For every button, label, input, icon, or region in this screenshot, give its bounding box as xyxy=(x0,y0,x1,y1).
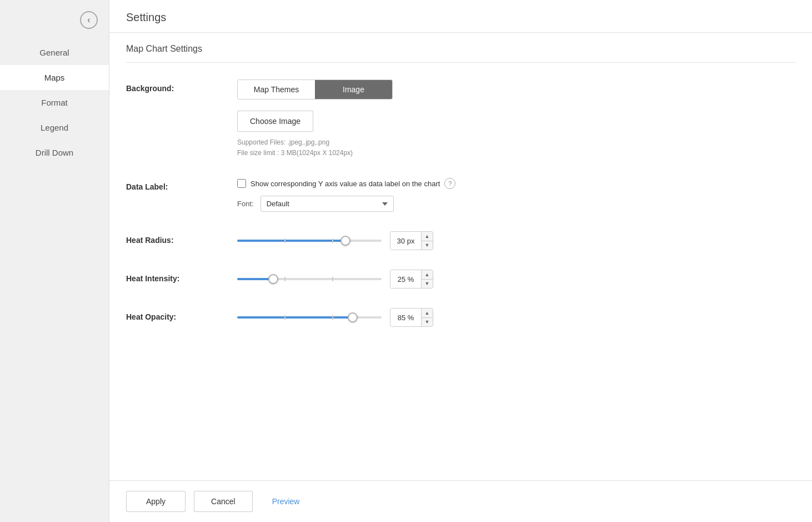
heat-radius-value-container: 30 px ▲ ▼ xyxy=(390,231,433,250)
font-label: Font: xyxy=(237,200,254,208)
sidebar: ‹ General Maps Format Legend Drill Down xyxy=(0,0,109,522)
heat-intensity-control: 25 % ▲ ▼ xyxy=(237,270,795,289)
heat-opacity-track xyxy=(237,316,382,319)
heat-opacity-label: Heat Opacity: xyxy=(126,308,237,321)
heat-radius-control: 30 px ▲ ▼ xyxy=(237,231,795,250)
image-toggle[interactable]: Image xyxy=(315,80,392,99)
heat-intensity-track xyxy=(237,278,382,280)
sidebar-item-maps[interactable]: Maps xyxy=(0,65,109,90)
help-icon[interactable]: ? xyxy=(444,178,455,189)
content-area: Map Chart Settings Background: Map Theme… xyxy=(109,33,812,480)
apply-button[interactable]: Apply xyxy=(126,491,186,512)
heat-radius-down[interactable]: ▼ xyxy=(422,241,433,250)
heat-radius-label: Heat Radius: xyxy=(126,231,237,245)
heat-intensity-spinners: ▲ ▼ xyxy=(421,270,433,288)
font-row: Font: Default Arial Times New Roman Cour… xyxy=(237,196,795,212)
background-label: Background: xyxy=(126,79,237,93)
map-themes-toggle[interactable]: Map Themes xyxy=(238,80,315,99)
heat-opacity-spinners: ▲ ▼ xyxy=(421,309,433,326)
sidebar-nav: General Maps Format Legend Drill Down xyxy=(0,40,109,165)
heat-intensity-thumb[interactable] xyxy=(268,274,278,284)
heat-radius-row: Heat Radius: 30 px ▲ xyxy=(126,231,795,250)
heat-intensity-input[interactable]: 25 % xyxy=(390,270,421,288)
background-toggle: Map Themes Image xyxy=(237,79,393,100)
background-row: Background: Map Themes Image Choose Imag… xyxy=(126,79,795,158)
heat-opacity-fill xyxy=(237,316,353,319)
back-icon[interactable]: ‹ xyxy=(80,11,98,29)
heat-intensity-up[interactable]: ▲ xyxy=(422,270,433,279)
heat-opacity-value-container: 85 % ▲ ▼ xyxy=(390,308,433,327)
heat-opacity-row: Heat Opacity: 85 % ▲ xyxy=(126,308,795,327)
background-control: Map Themes Image Choose Image Supported … xyxy=(237,79,795,158)
sidebar-item-general[interactable]: General xyxy=(0,40,109,65)
heat-radius-slider-container xyxy=(237,235,382,246)
supported-files: Supported Files: .jpeg,.jpg,.png xyxy=(237,137,795,148)
main-panel: Settings Map Chart Settings Background: … xyxy=(109,0,812,522)
header: Settings xyxy=(109,0,812,33)
sidebar-item-drill-down[interactable]: Drill Down xyxy=(0,140,109,165)
data-label-row: Data Label: Show corresponding Y axis va… xyxy=(126,178,795,212)
heat-radius-fill xyxy=(237,240,345,242)
file-size-limit: File size limit : 3 MB(1024px X 1024px) xyxy=(237,148,795,158)
file-info: Supported Files: .jpeg,.jpg,.png File si… xyxy=(237,137,795,158)
choose-image-wrapper: Choose Image xyxy=(237,111,795,137)
heat-radius-track xyxy=(237,240,382,242)
heat-opacity-control: 85 % ▲ ▼ xyxy=(237,308,795,327)
heat-opacity-slider-container xyxy=(237,312,382,323)
heat-opacity-slider-row: 85 % ▲ ▼ xyxy=(237,308,795,327)
heat-intensity-slider-container xyxy=(237,274,382,285)
data-label-checkbox[interactable] xyxy=(237,179,246,188)
choose-image-button[interactable]: Choose Image xyxy=(237,111,313,132)
sidebar-back: ‹ xyxy=(0,6,109,40)
heat-intensity-value-container: 25 % ▲ ▼ xyxy=(390,270,433,289)
heat-radius-thumb[interactable] xyxy=(340,236,350,246)
heat-radius-input[interactable]: 30 px xyxy=(390,232,421,250)
heat-opacity-thumb[interactable] xyxy=(348,312,358,322)
heat-radius-slider-row: 30 px ▲ ▼ xyxy=(237,231,795,250)
heat-opacity-down[interactable]: ▼ xyxy=(422,317,433,326)
page-title: Settings xyxy=(126,11,795,24)
heat-opacity-up[interactable]: ▲ xyxy=(422,309,433,317)
heat-intensity-label: Heat Intensity: xyxy=(126,270,237,283)
font-select[interactable]: Default Arial Times New Roman Courier Ne… xyxy=(260,196,394,212)
data-label-label: Data Label: xyxy=(126,178,237,191)
heat-intensity-row: Heat Intensity: 25 % ▲ xyxy=(126,270,795,289)
sidebar-item-legend[interactable]: Legend xyxy=(0,115,109,140)
heat-opacity-input[interactable]: 85 % xyxy=(390,309,421,326)
heat-radius-spinners: ▲ ▼ xyxy=(421,232,433,250)
cancel-button[interactable]: Cancel xyxy=(194,491,253,512)
footer: Apply Cancel Preview xyxy=(109,480,812,522)
data-label-text: Show corresponding Y axis value as data … xyxy=(250,180,440,188)
heat-intensity-down[interactable]: ▼ xyxy=(422,279,433,288)
data-label-checkbox-row: Show corresponding Y axis value as data … xyxy=(237,178,795,189)
data-label-control: Show corresponding Y axis value as data … xyxy=(237,178,795,212)
sidebar-item-format[interactable]: Format xyxy=(0,90,109,115)
preview-button[interactable]: Preview xyxy=(261,491,311,511)
heat-intensity-slider-row: 25 % ▲ ▼ xyxy=(237,270,795,289)
section-title: Map Chart Settings xyxy=(126,44,795,63)
heat-radius-up[interactable]: ▲ xyxy=(422,232,433,241)
